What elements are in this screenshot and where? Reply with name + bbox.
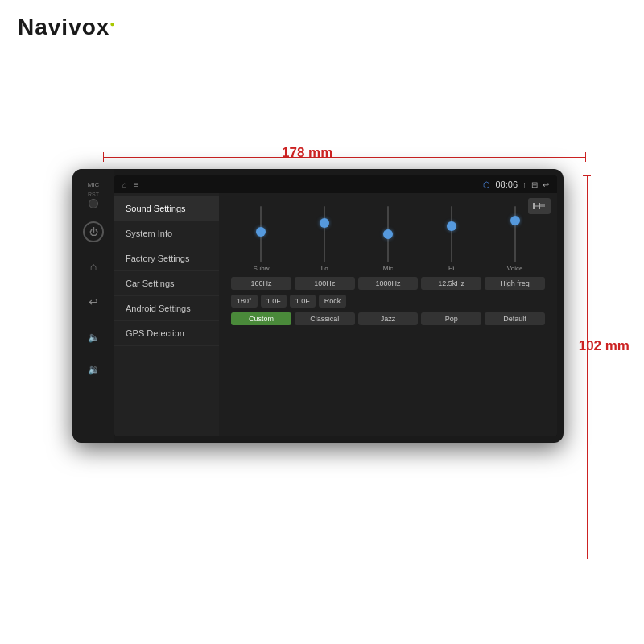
clock-display: 08:06 [495, 180, 518, 189]
signal-icon: ⊟ [531, 180, 538, 189]
menu-item-factory-settings[interactable]: Factory Settings [114, 246, 219, 271]
bluetooth-icon: ⬡ [483, 180, 490, 189]
eq-label-lo: Lo [321, 265, 328, 272]
display-screen: ⌂ ≡ ⬡ 08:06 ↑ ⊟ ↩ Sound Settings System … [114, 175, 557, 436]
eq-channel-voice: Voice [485, 206, 545, 272]
eq-thumb-voice[interactable] [510, 216, 520, 225]
head-unit: MIC RST ⏻ ⌂ ↩ 🔈 🔉 ⌂ ≡ ⬡ 08:06 ↑ ⊟ ↩ [72, 169, 564, 443]
preset-btn-default[interactable]: Default [485, 312, 545, 325]
eq-thumb-subw[interactable] [256, 227, 266, 237]
home-button[interactable]: ⌂ [82, 255, 105, 278]
home-status-icon: ⌂ [122, 180, 127, 189]
freq-btn-160hz[interactable]: 160Hz [231, 277, 291, 290]
rst-label: RST [88, 192, 99, 197]
nav-back-icon: ↩ [543, 180, 549, 189]
brand-dot: ● [109, 19, 115, 28]
eq-channel-lo: Lo [295, 206, 355, 272]
status-right-info: ⬡ 08:06 ↑ ⊟ ↩ [483, 180, 549, 189]
eq-track-hi [451, 206, 452, 262]
status-left-icons: ⌂ ≡ [122, 180, 138, 189]
mode-btn-rock[interactable]: Rock [319, 295, 347, 308]
eq-channel-subw: Subw [231, 206, 291, 272]
eq-label-subw: Subw [253, 265, 269, 272]
mic-label: MIC [88, 181, 100, 188]
menu-item-android-settings[interactable]: Android Settings [114, 296, 219, 321]
eq-slider-subw[interactable] [254, 206, 267, 262]
dimension-label-width: 178 mm [282, 145, 332, 161]
menu-item-sound-settings[interactable]: Sound Settings [114, 196, 219, 221]
brand-logo: Navivox● [18, 14, 115, 40]
eq-thumb-hi[interactable] [447, 221, 456, 231]
filter-btn-2[interactable]: 1.0F [290, 295, 316, 308]
preset-buttons-row: Custom Classical Jazz Pop Default [227, 312, 549, 325]
eq-slider-mic[interactable] [382, 206, 394, 262]
equalizer-section: Subw Lo [227, 200, 549, 272]
eq-thumb-lo[interactable] [320, 218, 329, 228]
dimension-label-height: 102 mm [579, 338, 630, 354]
eq-channel-hi: Hi [421, 206, 481, 272]
settings-menu: Sound Settings System Info Factory Setti… [114, 193, 219, 436]
freq-btn-highfreq[interactable]: High freq [485, 277, 545, 290]
back-button[interactable]: ↩ [82, 291, 105, 313]
eq-label-voice: Voice [507, 265, 523, 272]
dimension-line-horizontal [103, 157, 586, 158]
sound-settings-panel: Subw Lo [219, 193, 557, 436]
eq-label-mic: Mic [383, 265, 393, 272]
eq-slider-voice[interactable] [509, 206, 522, 262]
phase-filter-row: 180° 1.0F 1.0F Rock [227, 295, 549, 308]
eq-track-voice [514, 206, 516, 262]
main-content-area: Sound Settings System Info Factory Setti… [114, 193, 557, 436]
freq-btn-125khz[interactable]: 12.5kHz [421, 277, 481, 290]
power-button[interactable]: ⏻ [83, 221, 104, 242]
status-bar: ⌂ ≡ ⬡ 08:06 ↑ ⊟ ↩ [114, 175, 557, 193]
eq-slider-hi[interactable] [445, 206, 458, 262]
up-arrow-icon: ↑ [522, 180, 526, 189]
preset-btn-jazz[interactable]: Jazz [358, 312, 419, 325]
volume-down-button[interactable]: 🔈 [82, 326, 105, 349]
menu-status-icon: ≡ [134, 180, 138, 189]
volume-up-button[interactable]: 🔉 [82, 358, 105, 381]
eq-slider-lo[interactable] [318, 206, 331, 262]
eq-track-subw [260, 206, 262, 262]
menu-item-gps-detection[interactable]: GPS Detection [114, 321, 219, 346]
phase-btn-180[interactable]: 180° [231, 295, 258, 308]
freq-btn-100hz[interactable]: 100Hz [295, 277, 355, 290]
frequency-buttons-row: 160Hz 100Hz 1000Hz 12.5kHz High freq [227, 277, 549, 290]
preset-btn-pop[interactable]: Pop [421, 312, 481, 325]
brand-name: Navivox [18, 14, 109, 39]
eq-channel-mic: Mic [358, 206, 419, 272]
dimension-line-vertical [587, 175, 588, 559]
preset-btn-custom[interactable]: Custom [231, 312, 291, 325]
filter-btn-1[interactable]: 1.0F [261, 295, 287, 308]
reset-button[interactable] [89, 199, 98, 208]
menu-item-car-settings[interactable]: Car Settings [114, 271, 219, 296]
eq-track-lo [324, 206, 325, 262]
eq-track-mic [387, 206, 389, 262]
eq-label-hi: Hi [448, 265, 455, 272]
left-control-panel: MIC RST ⏻ ⌂ ↩ 🔈 🔉 [72, 169, 114, 443]
freq-btn-1000hz[interactable]: 1000Hz [358, 277, 419, 290]
menu-item-system-info[interactable]: System Info [114, 221, 219, 246]
preset-btn-classical[interactable]: Classical [295, 312, 355, 325]
eq-thumb-mic[interactable] [383, 229, 393, 239]
